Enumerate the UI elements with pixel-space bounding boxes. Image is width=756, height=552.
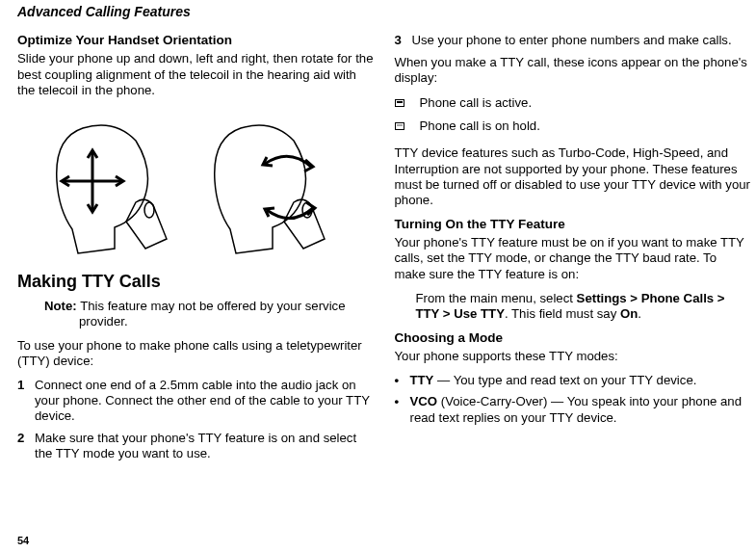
menu-path: From the main menu, select Settings > Ph… xyxy=(416,291,751,322)
icon-row-text: Phone call is on hold. xyxy=(420,118,751,134)
step-number: 3 xyxy=(395,33,412,48)
icon-row-hold: Phone call is on hold. xyxy=(395,118,751,134)
note-text: This feature may not be offered by your … xyxy=(77,299,346,329)
tty-hold-icon xyxy=(395,120,420,133)
right-column: 3 Use your phone to enter phone numbers … xyxy=(395,33,751,469)
step-number: 2 xyxy=(17,431,35,461)
mode-text: TTY — You type and read text on your TTY… xyxy=(410,373,751,388)
para-icons-intro: When you make a TTY call, these icons ap… xyxy=(395,55,751,86)
para-optimize: Slide your phone up and down, left and r… xyxy=(17,51,374,97)
menu-path-on: On xyxy=(620,306,638,321)
step-3: 3 Use your phone to enter phone numbers … xyxy=(395,33,751,48)
mode-name: TTY xyxy=(410,373,434,387)
svg-point-0 xyxy=(144,202,154,218)
page-number: 54 xyxy=(17,535,29,546)
para-tty-intro: To use your phone to make phone calls us… xyxy=(17,338,374,369)
mode-desc: (Voice-Carry-Over) — You speak into your… xyxy=(410,394,743,424)
handset-orientation-figure xyxy=(27,114,364,258)
step-text: Connect one end of a 2.5mm cable into th… xyxy=(35,378,374,424)
head-rotate-icon xyxy=(197,114,352,258)
mode-tty: • TTY — You type and read text on your T… xyxy=(395,373,751,388)
left-column: Optimize Your Handset Orientation Slide … xyxy=(17,33,374,469)
bullet-icon: • xyxy=(395,373,410,388)
menu-path-pre: From the main menu, select xyxy=(416,291,577,305)
menu-path-post: . xyxy=(638,306,641,321)
bullet-icon: • xyxy=(395,394,410,425)
icon-row-active: Phone call is active. xyxy=(395,95,751,111)
para-tty-on: Your phone's TTY feature must be on if y… xyxy=(395,235,751,281)
para-unsupported: TTY device features such as Turbo-Code, … xyxy=(395,145,751,207)
step-text: Make sure that your phone's TTY feature … xyxy=(35,431,374,461)
tty-active-icon xyxy=(395,97,420,110)
tty-icon-table: Phone call is active. Phone call is on h… xyxy=(395,95,751,134)
page-header: Advanced Calling Features xyxy=(17,4,750,19)
mode-desc: — You type and read text on your TTY dev… xyxy=(433,373,696,387)
menu-path-mid: . This field must say xyxy=(505,306,620,321)
step-text: Use your phone to enter phone numbers an… xyxy=(412,33,751,48)
subhead-turning-on: Turning On the TTY Feature xyxy=(395,217,751,232)
subhead-optimize: Optimize Your Handset Orientation xyxy=(17,33,374,48)
step-number: 1 xyxy=(17,378,35,424)
mode-name: VCO xyxy=(410,394,438,408)
note-label: Note: xyxy=(44,299,77,313)
head-slide-icon xyxy=(39,114,194,258)
note-service-provider: Note: This feature may not be offered by… xyxy=(44,299,374,329)
mode-text: VCO (Voice-Carry-Over) — You speak into … xyxy=(410,394,751,425)
heading-making-tty-calls: Making TTY Calls xyxy=(17,272,374,293)
step-2: 2 Make sure that your phone's TTY featur… xyxy=(17,431,374,461)
subhead-choosing-mode: Choosing a Mode xyxy=(395,330,751,346)
step-1: 1 Connect one end of a 2.5mm cable into … xyxy=(17,378,374,424)
para-modes-intro: Your phone supports these TTY modes: xyxy=(395,349,751,364)
mode-vco: • VCO (Voice-Carry-Over) — You speak int… xyxy=(395,394,751,425)
icon-row-text: Phone call is active. xyxy=(420,95,751,111)
